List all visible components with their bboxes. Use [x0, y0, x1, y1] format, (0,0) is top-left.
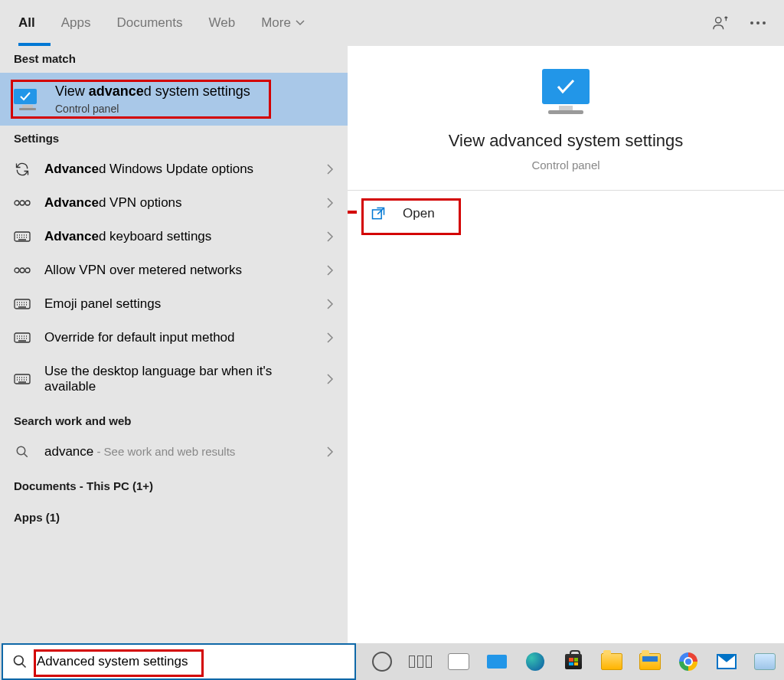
svg-point-5 [15, 268, 19, 273]
keyboard-icon [14, 374, 31, 384]
keyboard-icon [14, 299, 31, 309]
settings-item[interactable]: Advanced VPN options [0, 186, 348, 220]
vpn-icon [14, 265, 31, 276]
detail-title: View advanced system settings [449, 131, 684, 151]
tab-more[interactable]: More [261, 15, 305, 31]
detail-hero: View advanced system settings Control pa… [348, 46, 784, 191]
chart-icon [754, 653, 776, 670]
tab-web[interactable]: Web [208, 15, 235, 31]
active-tab-indicator [18, 43, 51, 46]
section-documents: Documents - This PC (1+) [0, 469, 348, 500]
monitor-icon [14, 89, 41, 110]
task-view-icon [409, 655, 432, 668]
tab-all[interactable]: All [18, 15, 35, 31]
section-settings: Settings [0, 126, 348, 152]
taskbar-app-mail[interactable] [711, 646, 742, 677]
more-options-icon[interactable] [750, 21, 766, 25]
web-search-item[interactable]: advance - See work and web results [0, 435, 348, 469]
settings-item-label: Override for default input method [44, 330, 312, 345]
settings-item[interactable]: Allow VPN over metered networks [0, 253, 348, 287]
document-icon [448, 653, 469, 670]
search-tabs: All Apps Documents Web More [0, 0, 784, 46]
section-search-web: Search work and web [0, 404, 348, 435]
edge-icon [526, 652, 544, 671]
refresh-icon [14, 162, 31, 177]
settings-item-label: Use the desktop language bar when it's a… [44, 364, 312, 394]
chevron-right-icon [326, 264, 334, 276]
settings-item-label: Advanced Windows Update options [44, 162, 312, 177]
svg-point-11 [17, 446, 25, 455]
monitor-icon [487, 655, 507, 669]
taskbar-app-explorer[interactable] [596, 646, 627, 677]
tab-documents[interactable]: Documents [116, 15, 182, 31]
cortana-button[interactable] [367, 646, 397, 677]
task-view-button[interactable] [405, 646, 436, 677]
search-icon [12, 654, 28, 669]
section-best-match: Best match [0, 46, 348, 73]
taskbar-app-libreoffice[interactable] [443, 646, 474, 677]
mail-icon [717, 654, 737, 669]
settings-item[interactable]: Advanced Windows Update options [0, 152, 348, 186]
feedback-icon[interactable] [712, 15, 729, 31]
folder-icon [601, 653, 622, 670]
settings-item[interactable]: Emoji panel settings [0, 287, 348, 321]
svg-point-3 [25, 201, 30, 205]
open-label: Open [403, 206, 435, 221]
settings-item-label: Advanced keyboard settings [44, 229, 312, 244]
store-icon [565, 654, 582, 669]
svg-point-6 [20, 268, 24, 273]
chevron-down-icon [296, 20, 305, 26]
svg-point-13 [15, 656, 24, 665]
section-apps: Apps (1) [0, 500, 348, 531]
search-input[interactable] [35, 653, 345, 670]
svg-point-1 [15, 201, 19, 205]
chevron-right-icon [326, 332, 334, 344]
taskbar-app-monitor[interactable] [750, 646, 780, 677]
search-icon [15, 445, 29, 459]
taskbar-app-thispc[interactable] [482, 646, 512, 677]
keyboard-icon [14, 231, 31, 242]
detail-panel: View advanced system settings Control pa… [348, 46, 784, 643]
taskbar-app-store[interactable] [558, 646, 589, 677]
chevron-right-icon [326, 197, 334, 209]
svg-point-0 [716, 18, 721, 23]
settings-item[interactable]: Override for default input method [0, 321, 348, 355]
taskbar-app-edge[interactable] [520, 646, 550, 677]
chevron-right-icon [326, 373, 334, 385]
open-action[interactable]: Open [348, 191, 784, 237]
settings-item-label: Advanced VPN options [44, 195, 312, 211]
taskbar-app-chrome[interactable] [673, 646, 704, 677]
chevron-right-icon [326, 446, 334, 458]
chrome-icon [679, 652, 697, 671]
chevron-right-icon [326, 298, 334, 310]
best-match-item[interactable]: View advanced system settings Control pa… [0, 73, 348, 126]
folder-icon [639, 653, 661, 670]
taskbar-app-explorer-2[interactable] [635, 646, 665, 677]
settings-item-label: Emoji panel settings [44, 296, 312, 312]
svg-point-7 [25, 268, 30, 273]
best-match-text: View advanced system settings Control pa… [55, 83, 250, 115]
results-panel: Best match View advanced system settings… [0, 46, 348, 643]
cortana-icon [372, 652, 392, 672]
chevron-right-icon [326, 230, 334, 243]
settings-item[interactable]: Use the desktop language bar when it's a… [0, 355, 348, 404]
detail-subtitle: Control panel [531, 159, 599, 172]
tab-apps[interactable]: Apps [61, 15, 91, 31]
monitor-icon [542, 69, 590, 114]
settings-item-label: Allow VPN over metered networks [44, 263, 312, 278]
tab-row: All Apps Documents Web More [18, 15, 305, 31]
settings-item[interactable]: Advanced keyboard settings [0, 220, 348, 253]
taskbar-search[interactable] [2, 643, 356, 680]
chevron-right-icon [326, 163, 334, 175]
svg-point-2 [20, 201, 24, 205]
open-icon [371, 206, 386, 221]
vpn-icon [14, 198, 31, 208]
tab-more-label: More [261, 15, 291, 31]
taskbar [0, 643, 784, 680]
taskbar-apps [358, 646, 784, 677]
settings-list: Advanced Windows Update optionsAdvanced … [0, 152, 348, 404]
keyboard-icon [14, 332, 31, 343]
